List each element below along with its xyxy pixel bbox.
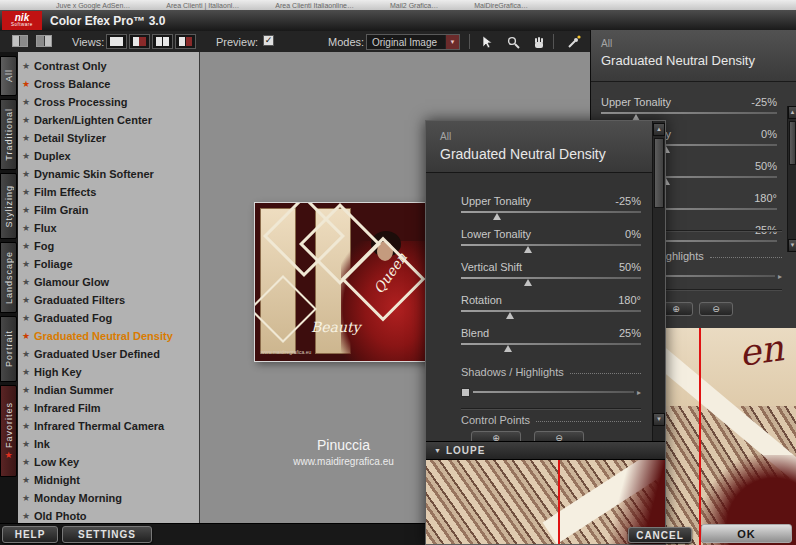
favorite-star-icon[interactable]: ★	[18, 493, 34, 503]
favorite-star-icon[interactable]: ★	[18, 61, 34, 71]
favorite-star-icon[interactable]: ★	[18, 511, 34, 521]
favorite-star-icon[interactable]: ★	[18, 475, 34, 485]
slider-track[interactable]	[461, 243, 641, 255]
favorite-star-icon[interactable]: ★	[18, 259, 34, 269]
slider-track[interactable]	[461, 210, 641, 222]
slider-thumb[interactable]	[524, 279, 532, 286]
filter-flux[interactable]: ★Flux	[18, 219, 199, 237]
browser-tab[interactable]: Area Clienti | Italiaonl…	[166, 1, 239, 10]
slider-track[interactable]	[473, 391, 634, 393]
favorite-star-icon[interactable]: ★	[18, 421, 34, 431]
panel-scrollbar[interactable]: ▲ ▼	[787, 106, 796, 252]
filter-monday-morning[interactable]: ★Monday Morning	[18, 489, 199, 507]
modes-dropdown[interactable]: Original Image ▼	[366, 34, 460, 50]
favorite-star-icon[interactable]: ★	[18, 313, 34, 323]
settings-button[interactable]: SETTINGS	[62, 526, 152, 543]
zoom-tool[interactable]	[504, 34, 522, 50]
favorite-star-icon[interactable]: ★	[18, 79, 34, 89]
split-view-button[interactable]	[129, 34, 150, 49]
filter-fog[interactable]: ★Fog	[18, 237, 199, 255]
favorite-star-icon[interactable]: ★	[18, 385, 34, 395]
tab-landscape[interactable]: Landscape	[0, 242, 17, 313]
layout-right-panel-icon[interactable]	[36, 35, 52, 47]
filter-low-key[interactable]: ★Low Key	[18, 453, 199, 471]
filter-film-effects[interactable]: ★Film Effects	[18, 183, 199, 201]
filter-graduated-user-defined[interactable]: ★Graduated User Defined	[18, 345, 199, 363]
favorite-star-icon[interactable]: ★	[18, 349, 34, 359]
scroll-up-icon[interactable]: ▲	[788, 106, 796, 119]
slider-thumb[interactable]	[493, 213, 501, 220]
slider-track[interactable]	[461, 276, 641, 288]
single-view-button[interactable]	[106, 34, 127, 49]
filter-midnight[interactable]: ★Midnight	[18, 471, 199, 489]
cursor-tool[interactable]	[478, 34, 496, 50]
slider-thumb[interactable]	[461, 388, 470, 397]
slider-thumb[interactable]	[524, 246, 532, 253]
favorite-star-icon[interactable]: ★	[18, 295, 34, 305]
filter-cross-balance[interactable]: ★Cross Balance	[18, 75, 199, 93]
favorite-star-icon[interactable]: ★	[18, 97, 34, 107]
preview-checkbox[interactable]: ✓	[263, 35, 274, 46]
filter-high-key[interactable]: ★High Key	[18, 363, 199, 381]
loupe-header[interactable]: ▼ LOUPE	[426, 441, 665, 460]
filter-detail-stylizer[interactable]: ★Detail Stylizer	[18, 129, 199, 147]
filter-ink[interactable]: ★Ink	[18, 435, 199, 453]
compare-view-button[interactable]	[175, 34, 196, 49]
filter-infrared-thermal-camera[interactable]: ★Infrared Thermal Camera	[18, 417, 199, 435]
favorite-star-icon[interactable]: ★	[18, 205, 34, 215]
browser-tab[interactable]: Juve x Google AdSen…	[56, 1, 130, 10]
tab-all[interactable]: All	[0, 56, 17, 96]
filter-graduated-fog[interactable]: ★Graduated Fog	[18, 309, 199, 327]
favorite-star-icon[interactable]: ★	[18, 115, 34, 125]
scroll-up-icon[interactable]: ▲	[653, 123, 665, 136]
filter-graduated-filters[interactable]: ★Graduated Filters	[18, 291, 199, 309]
filter-darken-lighten-center[interactable]: ★Darken/Lighten Center	[18, 111, 199, 129]
favorite-star-icon[interactable]: ★	[18, 223, 34, 233]
filter-cross-processing[interactable]: ★Cross Processing	[18, 93, 199, 111]
scrollbar-thumb[interactable]	[654, 138, 664, 208]
ok-button[interactable]: OK	[701, 524, 792, 543]
favorite-star-icon[interactable]: ★	[18, 277, 34, 287]
tab-favorites[interactable]: Favorites★	[0, 385, 17, 477]
cancel-button[interactable]: CANCEL	[628, 527, 692, 543]
expand-arrow-icon[interactable]: ▸	[778, 272, 782, 281]
filter-glamour-glow[interactable]: ★Glamour Glow	[18, 273, 199, 291]
scrollbar-thumb[interactable]	[789, 121, 796, 165]
favorite-star-icon[interactable]: ★	[18, 241, 34, 251]
slider-thumb[interactable]	[504, 345, 512, 352]
browser-tab[interactable]: Area Clienti Italiaonline…	[275, 1, 354, 10]
filter-dynamic-skin-softener[interactable]: ★Dynamic Skin Softener	[18, 165, 199, 183]
tab-traditional[interactable]: Traditional	[0, 99, 17, 170]
favorite-star-icon[interactable]: ★	[18, 439, 34, 449]
favorite-star-icon[interactable]: ★	[18, 187, 34, 197]
filter-contrast-only[interactable]: ★Contrast Only	[18, 57, 199, 75]
dialog-scrollbar[interactable]: ▲ ▼	[652, 121, 665, 441]
favorite-star-icon[interactable]: ★	[18, 133, 34, 143]
filter-preview-thumbnail[interactable]: en	[661, 328, 796, 545]
favorite-star-icon[interactable]: ★	[18, 331, 34, 341]
browser-tab[interactable]: Mail2 Grafica…	[390, 1, 438, 10]
shadows-highlights-slider[interactable]: ▸	[461, 387, 641, 397]
browser-tab[interactable]: MaiDireGrafica…	[474, 1, 528, 10]
slider-thumb[interactable]	[506, 312, 514, 319]
scroll-down-icon[interactable]: ▼	[653, 413, 665, 426]
filter-foliage[interactable]: ★Foliage	[18, 255, 199, 273]
slider-track[interactable]	[461, 342, 641, 354]
favorite-star-icon[interactable]: ★	[18, 169, 34, 179]
scroll-down-icon[interactable]: ▼	[788, 239, 796, 252]
tab-portrait[interactable]: Portrait	[0, 316, 17, 382]
hand-tool[interactable]	[529, 34, 547, 50]
favorite-star-icon[interactable]: ★	[18, 457, 34, 467]
expand-arrow-icon[interactable]: ▸	[637, 388, 641, 397]
filter-duplex[interactable]: ★Duplex	[18, 147, 199, 165]
side-by-side-view-button[interactable]	[152, 34, 173, 49]
favorite-star-icon[interactable]: ★	[18, 151, 34, 161]
filter-indian-summer[interactable]: ★Indian Summer	[18, 381, 199, 399]
subtract-control-point-button[interactable]: ⊖	[699, 302, 733, 316]
filter-film-grain[interactable]: ★Film Grain	[18, 201, 199, 219]
layout-left-panel-icon[interactable]	[12, 35, 28, 47]
tab-stylizing[interactable]: Stylizing	[0, 173, 17, 239]
eyedropper-tool[interactable]	[561, 34, 587, 50]
favorite-star-icon[interactable]: ★	[18, 403, 34, 413]
filter-graduated-neutral-density[interactable]: ★Graduated Neutral Density	[18, 327, 199, 345]
